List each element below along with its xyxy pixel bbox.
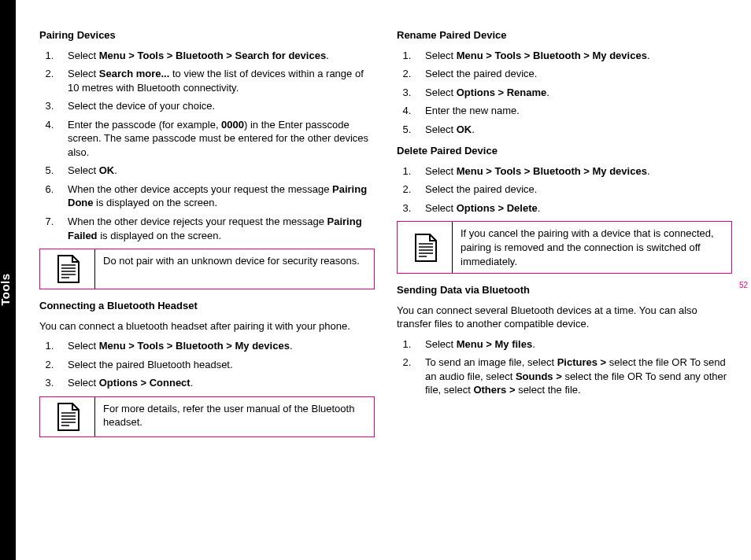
- list-item: Select the paired Bluetooth headset.: [57, 358, 375, 372]
- list-item: Select Options > Delete.: [414, 201, 732, 216]
- right-column: Rename Paired Device Select Menu > Tools…: [397, 28, 732, 541]
- left-column: Pairing Devices Select Menu > Tools > Bl…: [39, 28, 375, 541]
- list-item: Select the device of your choice.: [57, 99, 375, 113]
- note-icon: [55, 254, 80, 284]
- note-cancel-pairing: If you cancel the pairing with a device …: [397, 221, 732, 274]
- para-headset: You can connect a bluetooth headset afte…: [39, 319, 375, 333]
- pairing-steps: Select Menu > Tools > Bluetooth > Search…: [39, 49, 375, 243]
- list-item: Enter the new name.: [414, 104, 732, 118]
- headset-steps: Select Menu > Tools > Bluetooth > My dev…: [39, 339, 375, 390]
- note-text: Do not pair with an unknown device for s…: [95, 249, 374, 289]
- heading-connecting-headset: Connecting a Bluetooth Headset: [39, 299, 375, 313]
- list-item: Select Menu > Tools > Bluetooth > My dev…: [414, 164, 732, 179]
- note-icon-cell: [40, 249, 95, 289]
- sidebar: Tools: [0, 0, 16, 560]
- sidebar-label: Tools: [0, 273, 13, 305]
- note-security: Do not pair with an unknown device for s…: [39, 249, 375, 289]
- list-item: Select Options > Rename.: [414, 86, 732, 100]
- list-item: Select the paired device.: [414, 67, 732, 81]
- note-icon-cell: [398, 222, 453, 273]
- list-item: When the other device rejects your reque…: [57, 215, 375, 242]
- heading-pairing-devices: Pairing Devices: [39, 28, 375, 42]
- sending-steps: Select Menu > My files.To send an image …: [397, 337, 732, 397]
- note-text: If you cancel the pairing with a device …: [453, 222, 731, 273]
- list-item: Select Menu > Tools > Bluetooth > My dev…: [414, 49, 732, 63]
- note-text: For more details, refer the user manual …: [95, 397, 374, 437]
- page-number: 52: [739, 280, 748, 291]
- list-item: Select the paired device.: [414, 182, 732, 197]
- heading-rename: Rename Paired Device: [397, 28, 732, 42]
- list-item: Select OK.: [414, 123, 732, 137]
- rename-steps: Select Menu > Tools > Bluetooth > My dev…: [397, 49, 732, 137]
- list-item: Select OK.: [57, 164, 375, 178]
- delete-steps: Select Menu > Tools > Bluetooth > My dev…: [397, 164, 732, 216]
- note-icon: [55, 402, 80, 432]
- list-item: Select Menu > Tools > Bluetooth > My dev…: [57, 339, 375, 353]
- list-item: Select Menu > My files.: [414, 337, 732, 352]
- list-item: Select Search more... to view the list o…: [57, 67, 375, 94]
- note-icon: [412, 233, 438, 263]
- note-icon-cell: [40, 397, 95, 437]
- heading-delete: Delete Paired Device: [397, 144, 732, 158]
- content: Pairing Devices Select Menu > Tools > Bl…: [39, 28, 732, 541]
- list-item: When the other device accepts your reque…: [57, 182, 375, 210]
- heading-sending-data: Sending Data via Bluetooth: [397, 283, 732, 297]
- para-sending-data: You can connect several Bluetooth device…: [397, 304, 732, 331]
- list-item: Enter the passcode (for example, 0000) i…: [57, 118, 375, 160]
- list-item: To send an image file, select Pictures >…: [414, 356, 732, 397]
- list-item: Select Menu > Tools > Bluetooth > Search…: [57, 49, 375, 63]
- list-item: Select Options > Connect.: [57, 376, 375, 390]
- note-headset-manual: For more details, refer the user manual …: [39, 396, 375, 437]
